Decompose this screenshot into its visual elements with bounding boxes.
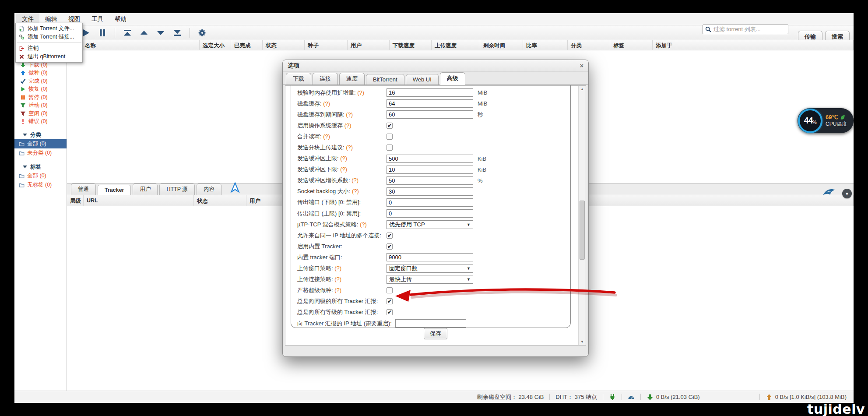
column-header[interactable]: 名称 <box>82 40 200 50</box>
menu-help[interactable]: 帮助 <box>109 13 132 25</box>
option-input[interactable] <box>387 88 473 97</box>
option-input[interactable] <box>387 176 473 185</box>
option-input[interactable] <box>387 209 473 218</box>
column-header[interactable]: 状态 <box>263 40 305 50</box>
option-checkbox[interactable]: ✔ <box>387 243 393 250</box>
sidebar-filter-item[interactable]: 做种 (0) <box>14 69 67 78</box>
menu-item-add-torrent-file[interactable]: 添加 Torrent 文件... <box>16 25 82 33</box>
dialog-title-bar[interactable]: 选项 × <box>283 60 588 72</box>
options-tab-Web UI[interactable]: Web UI <box>406 74 439 85</box>
torrent-filter-search[interactable]: 过滤 torrent 列表... <box>703 25 788 34</box>
move-down-button[interactable] <box>155 27 166 39</box>
speed-limits-toggle[interactable] <box>628 394 635 401</box>
detail-tab-Tracker[interactable]: Tracker <box>98 185 131 195</box>
option-input[interactable] <box>387 166 473 174</box>
sidebar-filter-item[interactable]: 恢复 (0) <box>14 85 67 94</box>
sidebar-filter-item[interactable]: 暂停 (0) <box>14 93 67 102</box>
scroll-up-arrow[interactable]: ▲ <box>579 86 586 92</box>
option-input[interactable] <box>387 187 473 196</box>
help-link[interactable]: (?) <box>334 265 341 271</box>
dialog-scrollbar[interactable]: ▲ ▼ <box>578 86 586 345</box>
column-header[interactable]: 选定大小 <box>200 40 231 50</box>
option-checkbox[interactable]: ✔ <box>387 309 393 315</box>
move-bottom-button[interactable] <box>172 27 183 39</box>
help-link[interactable]: (?) <box>334 287 341 293</box>
tracker-column-header[interactable]: 状态 <box>194 195 246 206</box>
save-button[interactable]: 保存 <box>424 328 447 339</box>
option-input[interactable] <box>387 110 473 119</box>
options-tab-连接[interactable]: 连接 <box>313 73 338 85</box>
help-link[interactable]: (?) <box>346 144 353 151</box>
menu-tools[interactable]: 工具 <box>86 13 109 25</box>
connection-status[interactable] <box>609 394 616 401</box>
option-input[interactable] <box>395 319 466 328</box>
option-checkbox[interactable]: ✔ <box>387 123 393 129</box>
option-checkbox[interactable]: ✔ <box>387 233 393 239</box>
option-select[interactable]: 最快上传▼ <box>387 275 473 284</box>
column-header[interactable]: 下载速度 <box>390 40 432 50</box>
sidebar-category-item[interactable]: 全部 (0) <box>14 139 67 148</box>
menu-item-add-torrent-link[interactable]: 添加 Torrent 链接... <box>16 33 82 41</box>
column-header[interactable]: 上传速度 <box>432 40 480 50</box>
sidebar-filter-item[interactable]: 错误 (0) <box>14 118 67 126</box>
menu-item-logout[interactable]: 注销 <box>16 44 82 53</box>
column-header[interactable]: 剩余时间 <box>480 40 523 50</box>
column-header[interactable]: 添加于 <box>653 40 854 50</box>
cpu-temp-widget[interactable]: 44 % 69℃ CPU温度 <box>798 108 854 133</box>
options-gear-button[interactable] <box>197 27 208 39</box>
sidebar-filter-item[interactable]: 完成 (0) <box>14 77 67 85</box>
option-checkbox[interactable] <box>387 145 393 151</box>
help-link[interactable]: (?) <box>323 133 330 140</box>
option-checkbox[interactable] <box>387 287 393 293</box>
categories-header[interactable]: 分类 <box>14 130 67 139</box>
column-header[interactable]: 标签 <box>610 40 653 50</box>
help-link[interactable]: (?) <box>346 111 353 118</box>
help-link[interactable]: (?) <box>351 177 358 183</box>
move-up-button[interactable] <box>138 27 150 39</box>
help-link[interactable]: (?) <box>340 155 347 162</box>
detail-tab-HTTP 源[interactable]: HTTP 源 <box>159 183 194 195</box>
column-header[interactable]: 分类 <box>568 40 610 50</box>
tags-header[interactable]: 标签 <box>14 162 67 171</box>
tracker-column-header[interactable]: 层级 <box>67 195 84 206</box>
options-tab-速度[interactable]: 速度 <box>339 73 365 85</box>
close-icon[interactable]: × <box>580 62 583 69</box>
options-tab-BitTorrent[interactable]: BitTorrent <box>366 74 404 85</box>
help-link[interactable]: (?) <box>344 122 351 129</box>
options-tab-下载[interactable]: 下载 <box>286 73 311 85</box>
sidebar-filter-item[interactable]: 空闲 (0) <box>14 109 67 118</box>
option-input[interactable] <box>387 198 473 207</box>
column-header[interactable]: 已完成 <box>231 40 263 50</box>
help-link[interactable]: (?) <box>357 89 364 96</box>
sidebar-filter-item[interactable]: 活动 (0) <box>14 102 67 110</box>
option-checkbox[interactable] <box>387 134 393 140</box>
detail-tab-用户[interactable]: 用户 <box>133 183 158 195</box>
move-top-button[interactable] <box>122 27 133 39</box>
tracker-column-header[interactable]: URL <box>84 195 194 206</box>
detail-tab-普通[interactable]: 普通 <box>71 183 96 195</box>
blue-bird-icon[interactable] <box>822 187 836 200</box>
option-select[interactable]: 优先使用 TCP▼ <box>387 220 473 229</box>
option-input[interactable] <box>387 99 473 108</box>
help-link[interactable]: (?) <box>360 221 367 228</box>
scrollbar-thumb[interactable] <box>580 201 585 260</box>
sidebar-tag-item[interactable]: 无标签 (0) <box>14 180 67 190</box>
column-header[interactable]: 用户 <box>348 40 390 50</box>
option-input[interactable] <box>387 253 473 261</box>
scroll-down-arrow[interactable]: ▼ <box>579 338 586 345</box>
sidebar-category-item[interactable]: 未分类 (0) <box>14 148 67 158</box>
column-header[interactable]: 比率 <box>523 40 568 50</box>
help-link[interactable]: (?) <box>334 276 341 282</box>
pause-button[interactable] <box>97 27 108 39</box>
help-link[interactable]: (?) <box>352 188 359 194</box>
option-select[interactable]: 固定窗口数▼ <box>387 264 473 273</box>
options-tab-高级[interactable]: 高级 <box>440 72 465 85</box>
help-link[interactable]: (?) <box>340 166 347 173</box>
help-link[interactable]: (?) <box>323 100 330 107</box>
option-input[interactable] <box>387 155 473 163</box>
sidebar-tag-item[interactable]: 全部 (0) <box>14 171 67 180</box>
detail-tab-内容[interactable]: 内容 <box>197 183 221 195</box>
column-header[interactable]: 种子 <box>305 40 348 50</box>
collapse-panel-button[interactable]: ▼ <box>842 189 852 198</box>
option-checkbox[interactable]: ✔ <box>387 298 393 304</box>
